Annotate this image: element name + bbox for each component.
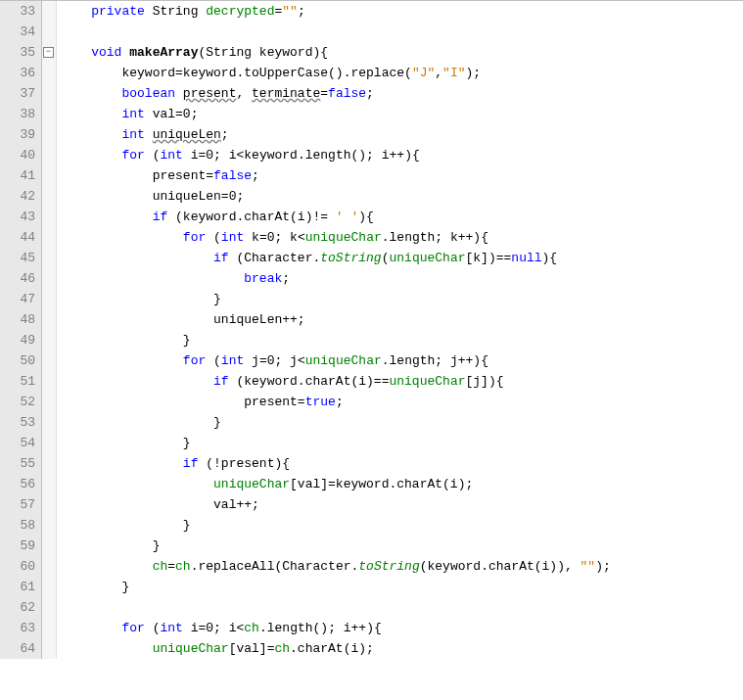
code-line[interactable]: for (int k=0; k<uniqueChar.length; k++){ (61, 227, 743, 248)
code-line[interactable]: break; (61, 268, 743, 289)
code-line[interactable]: } (61, 433, 743, 453)
code-token: terminate (252, 86, 320, 101)
line-number: 55 (8, 453, 35, 474)
code-line[interactable]: uniqueLen=0; (61, 186, 743, 207)
code-line[interactable] (61, 22, 743, 42)
code-token: if (213, 251, 236, 265)
line-number: 60 (8, 556, 35, 577)
code-token: j= (252, 353, 267, 368)
code-area[interactable]: private String decrypted=""; void makeAr… (57, 1, 743, 659)
code-token: uniqueLen (153, 127, 221, 142)
code-token: (keyword.charAt(i)!= (175, 210, 336, 224)
code-token: ; (336, 395, 344, 409)
code-token: k= (252, 230, 267, 245)
code-token: ; (282, 271, 290, 286)
code-token: keyword=keyword.toUpperCase().replace( (121, 66, 411, 80)
code-line[interactable]: } (61, 330, 743, 350)
code-token: (Character. (236, 251, 320, 265)
code-line[interactable]: present=true; (61, 392, 743, 412)
line-number: 33 (8, 1, 35, 22)
code-line[interactable]: } (61, 515, 743, 536)
fold-collapse-icon[interactable]: − (43, 47, 54, 58)
code-token: val++; (213, 497, 259, 512)
code-token: ( (213, 230, 221, 245)
code-token: (keyword.charAt(i)), (420, 559, 580, 574)
code-token: ch (153, 559, 168, 574)
code-line[interactable]: uniqueChar[val]=ch.charAt(i); (61, 638, 743, 659)
line-number: 53 (8, 412, 35, 433)
code-token: for (183, 353, 213, 368)
code-token: if (183, 456, 206, 471)
code-line[interactable]: private String decrypted=""; (61, 1, 743, 22)
line-number: 34 (8, 22, 35, 42)
code-token: uniqueChar (389, 374, 465, 389)
line-number: 45 (8, 248, 35, 268)
code-line[interactable]: present=false; (61, 165, 743, 186)
code-line[interactable]: void makeArray(String keyword){ (61, 42, 743, 63)
code-line[interactable]: keyword=keyword.toUpperCase().replace("J… (61, 63, 743, 83)
code-line[interactable]: } (61, 412, 743, 433)
code-token: ; j< (275, 353, 305, 368)
line-number: 47 (8, 289, 35, 309)
code-token: } (183, 333, 191, 348)
code-line[interactable]: uniqueLen++; (61, 309, 743, 330)
code-token: "J" (412, 66, 435, 80)
code-token: uniqueLen++; (213, 312, 305, 327)
line-number: 37 (8, 83, 35, 104)
code-line[interactable]: uniqueChar[val]=keyword.charAt(i); (61, 474, 743, 494)
code-token: .length(); i++){ (259, 621, 382, 635)
line-number: 52 (8, 392, 35, 412)
code-line[interactable]: for (int i=0; i<ch.length(); i++){ (61, 618, 743, 638)
code-token: ( (382, 251, 390, 265)
code-line[interactable]: if (keyword.charAt(i)==uniqueChar[j]){ (61, 371, 743, 392)
code-line[interactable]: if (Character.toString(uniqueChar[k])==n… (61, 248, 743, 268)
fold-gutter[interactable]: − (42, 1, 57, 659)
code-token: true (305, 395, 336, 409)
code-token: ; i< (213, 621, 244, 635)
code-token: 0 (206, 621, 213, 635)
line-number: 40 (8, 145, 35, 165)
code-token: ); (466, 66, 482, 80)
code-token: for (121, 148, 152, 163)
code-token: = (167, 559, 175, 574)
code-token: 0 (183, 107, 191, 121)
code-token: makeArray (129, 45, 198, 60)
line-number: 49 (8, 330, 35, 350)
code-token: ){ (542, 251, 558, 265)
code-line[interactable]: } (61, 536, 743, 556)
code-token: String (153, 4, 207, 19)
code-token: [k])== (466, 251, 512, 265)
code-token: } (153, 538, 161, 553)
code-line[interactable]: int uniqueLen; (61, 124, 743, 145)
code-token: for (183, 230, 213, 245)
code-line[interactable]: val++; (61, 494, 743, 515)
code-token: uniqueChar (390, 251, 466, 265)
code-token: ; k< (275, 230, 305, 245)
code-token: int (160, 148, 190, 163)
line-number: 44 (8, 227, 35, 248)
code-token: (!present){ (206, 456, 290, 471)
code-line[interactable]: } (61, 577, 743, 597)
code-line[interactable]: ch=ch.replaceAll(Character.toString(keyw… (61, 556, 743, 577)
code-line[interactable]: boolean present, terminate=false; (61, 83, 743, 104)
code-token: int (121, 107, 152, 121)
code-line[interactable]: for (int i=0; i<keyword.length(); i++){ (61, 145, 743, 165)
code-token: toString (358, 559, 419, 574)
code-line[interactable]: if (keyword.charAt(i)!= ' '){ (61, 207, 743, 227)
line-number-gutter: 3334353637383940414243444546474849505152… (0, 1, 42, 659)
code-line[interactable]: int val=0; (61, 104, 743, 124)
code-token: uniqueChar (305, 353, 382, 368)
code-token: if (153, 210, 175, 224)
code-token: false (328, 86, 366, 101)
code-line[interactable] (61, 597, 743, 618)
code-line[interactable]: for (int j=0; j<uniqueChar.length; j++){ (61, 350, 743, 371)
code-line[interactable]: } (61, 289, 743, 309)
code-token: ' ' (336, 210, 358, 224)
line-number: 59 (8, 536, 35, 556)
code-token: ch (244, 621, 259, 635)
code-line[interactable]: if (!present){ (61, 453, 743, 474)
code-editor[interactable]: 3334353637383940414243444546474849505152… (0, 0, 743, 659)
line-number: 41 (8, 165, 35, 186)
code-token: null (511, 251, 541, 265)
line-number: 58 (8, 515, 35, 536)
